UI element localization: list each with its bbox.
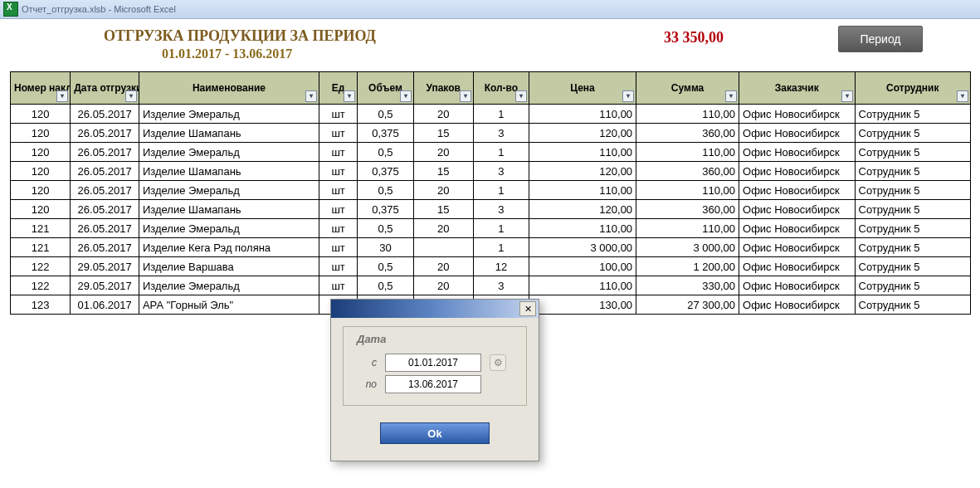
cell[interactable]: 360,00 <box>636 200 739 219</box>
cell[interactable]: 0,5 <box>358 257 413 276</box>
cell[interactable]: 110,00 <box>529 276 636 295</box>
cell[interactable]: Сотрудник 5 <box>855 181 971 200</box>
cell[interactable]: 26.05.2017 <box>71 143 139 162</box>
cell[interactable]: 360,00 <box>636 124 739 143</box>
cell[interactable]: Изделие Эмеральд <box>139 105 319 124</box>
cell[interactable]: 0,5 <box>358 143 413 162</box>
cell[interactable]: 12 <box>473 257 529 276</box>
close-icon[interactable]: ✕ <box>519 301 536 316</box>
cell[interactable]: 0,5 <box>358 219 413 238</box>
filter-dropdown-icon[interactable]: ▾ <box>460 90 471 102</box>
cell[interactable]: Офис Новосибирск <box>739 105 855 124</box>
cell[interactable]: Офис Новосибирск <box>739 219 855 238</box>
cell[interactable]: 110,00 <box>636 181 739 200</box>
table-row[interactable]: 12026.05.2017Изделие Шамапаньшт0,3751531… <box>11 200 971 219</box>
column-header[interactable]: Номер накладн▾ <box>11 72 71 105</box>
period-button[interactable]: Период <box>838 26 923 52</box>
date-to-input[interactable] <box>385 375 481 393</box>
cell[interactable]: 120,00 <box>529 162 636 181</box>
filter-dropdown-icon[interactable]: ▾ <box>56 90 68 102</box>
cell[interactable]: 1 <box>473 238 529 257</box>
cell[interactable]: 3 000,00 <box>636 238 739 257</box>
filter-dropdown-icon[interactable]: ▾ <box>841 90 853 102</box>
cell[interactable]: Офис Новосибирск <box>739 143 855 162</box>
cell[interactable]: Сотрудник 5 <box>855 238 971 257</box>
cell[interactable]: 15 <box>413 200 473 219</box>
cell[interactable]: 120 <box>11 200 71 219</box>
cell[interactable]: АРА "Горный Эль" <box>139 295 319 315</box>
cell[interactable]: Сотрудник 5 <box>855 200 971 219</box>
date-from-input[interactable] <box>385 354 481 372</box>
filter-dropdown-icon[interactable]: ▾ <box>725 90 737 102</box>
cell[interactable]: 330,00 <box>636 276 739 295</box>
cell[interactable]: 20 <box>413 105 473 124</box>
cell[interactable] <box>413 238 473 257</box>
cell[interactable]: Сотрудник 5 <box>855 105 971 124</box>
cell[interactable]: 1 <box>473 105 529 124</box>
cell[interactable]: 27 300,00 <box>636 295 739 315</box>
cell[interactable]: 1 <box>473 219 529 238</box>
cell[interactable]: 110,00 <box>636 219 739 238</box>
gear-icon[interactable]: ⚙ <box>490 354 506 371</box>
cell[interactable]: 123 <box>11 295 71 315</box>
cell[interactable]: Сотрудник 5 <box>855 124 971 143</box>
cell[interactable]: 3 000,00 <box>529 238 636 257</box>
table-row[interactable]: 12026.05.2017Изделие Эмеральдшт0,5201110… <box>11 181 971 200</box>
cell[interactable]: Изделие Шамапань <box>139 162 319 181</box>
cell[interactable]: шт <box>319 105 357 124</box>
cell[interactable]: 29.05.2017 <box>71 257 139 276</box>
cell[interactable]: Сотрудник 5 <box>855 295 971 315</box>
cell[interactable]: шт <box>319 200 357 219</box>
filter-dropdown-icon[interactable]: ▾ <box>344 90 355 102</box>
cell[interactable]: 26.05.2017 <box>71 162 139 181</box>
cell[interactable]: 15 <box>413 162 473 181</box>
table-row[interactable]: 12229.05.2017Изделие Варшавашт0,52012100… <box>11 257 971 276</box>
column-header[interactable]: Кол-во▾ <box>473 72 529 105</box>
cell[interactable]: 1 <box>473 181 529 200</box>
filter-dropdown-icon[interactable]: ▾ <box>305 90 317 102</box>
table-row[interactable]: 12026.05.2017Изделие Шамапаньшт0,3751531… <box>11 162 971 181</box>
cell[interactable]: 110,00 <box>529 143 636 162</box>
cell[interactable]: Изделие Эмеральд <box>139 143 319 162</box>
cell[interactable]: Офис Новосибирск <box>739 181 855 200</box>
cell[interactable]: 110,00 <box>529 105 636 124</box>
cell[interactable]: 120,00 <box>529 124 636 143</box>
cell[interactable]: Изделие Варшава <box>139 257 319 276</box>
filter-dropdown-icon[interactable]: ▾ <box>125 90 137 102</box>
table-row[interactable]: 12126.05.2017Изделие Кега Рэд полянашт30… <box>11 238 971 257</box>
table-row[interactable]: 12026.05.2017Изделие Эмеральдшт0,5201110… <box>11 105 971 124</box>
cell[interactable]: 120 <box>11 105 71 124</box>
cell[interactable]: 120,00 <box>529 200 636 219</box>
cell[interactable]: шт <box>319 276 357 295</box>
cell[interactable]: 120 <box>11 181 71 200</box>
cell[interactable]: 0,5 <box>358 181 413 200</box>
cell[interactable]: 3 <box>473 162 529 181</box>
cell[interactable]: шт <box>319 143 357 162</box>
cell[interactable]: 110,00 <box>636 105 739 124</box>
cell[interactable]: Изделие Шамапань <box>139 124 319 143</box>
cell[interactable]: 1 200,00 <box>636 257 739 276</box>
column-header[interactable]: Наименование▾ <box>139 72 319 105</box>
column-header[interactable]: Упаков▾ <box>413 72 473 105</box>
table-row[interactable]: 12026.05.2017Изделие Эмеральдшт0,5201110… <box>11 143 971 162</box>
cell[interactable]: Изделие Эмеральд <box>139 181 319 200</box>
filter-dropdown-icon[interactable]: ▾ <box>400 90 412 102</box>
cell[interactable]: 3 <box>473 124 529 143</box>
cell[interactable]: 01.06.2017 <box>71 295 139 315</box>
cell[interactable]: 120 <box>11 124 71 143</box>
ok-button[interactable]: Ok <box>380 422 490 444</box>
cell[interactable]: 20 <box>413 257 473 276</box>
cell[interactable]: 100,00 <box>529 257 636 276</box>
cell[interactable]: шт <box>319 162 357 181</box>
cell[interactable]: Изделие Кега Рэд поляна <box>139 238 319 257</box>
cell[interactable]: 0,375 <box>358 200 413 219</box>
cell[interactable]: 122 <box>11 276 71 295</box>
cell[interactable]: 0,5 <box>358 105 413 124</box>
cell[interactable]: 360,00 <box>636 162 739 181</box>
cell[interactable]: Офис Новосибирск <box>739 257 855 276</box>
cell[interactable]: 110,00 <box>529 181 636 200</box>
cell[interactable]: 120 <box>11 162 71 181</box>
cell[interactable]: 122 <box>11 257 71 276</box>
cell[interactable]: Сотрудник 5 <box>855 219 971 238</box>
column-header[interactable]: Ед▾ <box>319 72 357 105</box>
